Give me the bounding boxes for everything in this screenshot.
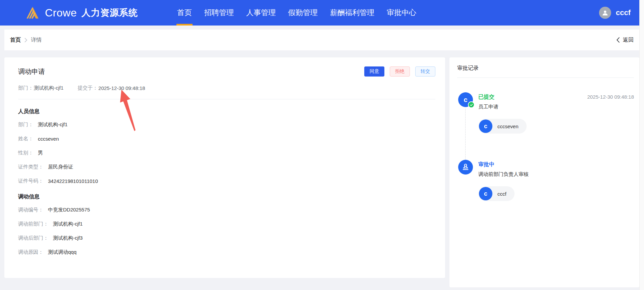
brand-logo: Crowe 人力资源系统 xyxy=(25,5,138,20)
personnel-fields: 部门： 测试机构-cjf1 姓名： cccseven 性别： 男 证件类型： 居… xyxy=(18,118,435,188)
step-desc: 员工申请 xyxy=(478,104,634,110)
nav-item-recruitment[interactable]: 招聘管理 xyxy=(204,0,234,26)
section-title-personnel: 人员信息 xyxy=(18,108,435,115)
field-label: 调动后部门： xyxy=(18,235,48,241)
step-time: 2025-12-30 09:48:18 xyxy=(587,94,634,100)
field-label: 调动原因： xyxy=(18,249,43,255)
field-value: 测试机构-cjf3 xyxy=(53,235,83,241)
app-title: 人力资源系统 xyxy=(82,7,138,19)
person-name: cccseven xyxy=(497,124,519,129)
field-value: 测试机构-cjf1 xyxy=(38,122,67,128)
field-row: 调动前部门： 测试机构-cjf1 xyxy=(18,217,435,231)
transfer-fields: 调动编号： 中竞发DD2025575 调动前部门： 测试机构-cjf1 调动后部… xyxy=(18,203,435,259)
avatar-letter: c xyxy=(464,96,467,104)
field-row: 证件号码： 342422198101011010 xyxy=(18,174,435,188)
stamp-icon xyxy=(458,160,473,175)
field-row: 证件类型： 居民身份证 xyxy=(18,160,435,174)
field-row: 姓名： cccseven xyxy=(18,132,435,146)
field-label: 证件类型： xyxy=(18,164,43,170)
nav-item-compensation[interactable]: 薪酬福利管理 xyxy=(330,0,374,26)
chevron-left-icon xyxy=(616,37,620,43)
field-row: 调动原因： 测试调动qqq xyxy=(18,245,435,259)
timeline-step-approving: 审批中 调动前部门负责人审核 c cccf xyxy=(457,160,634,201)
person-avatar: c xyxy=(479,119,492,133)
nav-item-attendance[interactable]: 假勤管理 xyxy=(288,0,318,26)
field-row: 调动编号： 中竞发DD2025575 xyxy=(18,203,435,217)
field-value: 测试调动qqq xyxy=(48,249,76,255)
chevron-right-icon xyxy=(24,38,28,43)
reject-button[interactable]: 拒绝 xyxy=(390,66,410,77)
user-avatar[interactable] xyxy=(599,7,611,19)
person-pill: c cccf xyxy=(478,186,515,201)
section-title-transfer: 调动信息 xyxy=(18,193,435,200)
field-value: 男 xyxy=(38,150,43,156)
timeline-step-submitted: c 已提交 2025-12-30 09:48:18 员工申请 c cccseve… xyxy=(457,92,634,134)
field-row: 调动后部门： 测试机构-cjf3 xyxy=(18,231,435,245)
logo-text: Crowe xyxy=(45,7,77,19)
action-buttons: 同意 拒绝 转交 xyxy=(364,66,435,77)
field-value: cccseven xyxy=(38,136,59,142)
user-menu[interactable]: cccf xyxy=(599,0,631,26)
field-label: 姓名： xyxy=(18,136,33,142)
step-desc: 调动前部门负责人审核 xyxy=(478,171,634,178)
page-title: 调动申请 xyxy=(18,67,45,76)
divider xyxy=(18,99,435,99)
user-name[interactable]: cccf xyxy=(616,8,631,17)
field-value: 342422198101011010 xyxy=(48,178,98,184)
transfer-detail-card: 调动申请 同意 拒绝 转交 部门： 测试机构-cjf1 提交于： 2025-12… xyxy=(4,57,445,278)
meta-submit-time: 2025-12-30 09:48:18 xyxy=(98,85,145,91)
field-value: 中竞发DD2025575 xyxy=(48,207,90,213)
back-button[interactable]: 返回 xyxy=(616,37,634,44)
field-label: 调动编号： xyxy=(18,207,43,213)
field-label: 调动前部门： xyxy=(18,221,48,227)
transfer-button[interactable]: 转交 xyxy=(415,66,435,77)
scrollbar[interactable] xyxy=(639,0,644,290)
nav-item-personnel[interactable]: 人事管理 xyxy=(246,0,276,26)
field-label: 部门： xyxy=(18,122,33,128)
crowe-mountain-icon xyxy=(25,5,40,20)
person-icon xyxy=(601,9,609,17)
step-status: 已提交 xyxy=(478,94,494,101)
person-avatar: c xyxy=(479,187,492,200)
field-row: 部门： 测试机构-cjf1 xyxy=(18,118,435,132)
step-status: 审批中 xyxy=(478,161,494,168)
person-pill: c cccseven xyxy=(478,119,527,134)
field-row: 性别： 男 xyxy=(18,146,435,160)
nav-item-approval-center[interactable]: 审批中心 xyxy=(387,0,416,26)
nav-item-home[interactable]: 首页 xyxy=(177,0,192,26)
approve-button[interactable]: 同意 xyxy=(364,66,384,77)
person-name: cccf xyxy=(497,191,506,197)
top-navbar: Crowe 人力资源系统 首页 招聘管理 人事管理 假勤管理 薪酬福利管理 审批… xyxy=(0,0,639,26)
breadcrumb-current: 详情 xyxy=(31,37,42,44)
main-nav-menu: 首页 招聘管理 人事管理 假勤管理 薪酬福利管理 审批中心 xyxy=(177,0,416,26)
step-avatar: c xyxy=(458,92,473,107)
approval-record-title: 审批记录 xyxy=(457,57,634,78)
meta-dept-value: 测试机构-cjf1 xyxy=(34,85,63,91)
approval-record-card: 审批记录 c 已提交 2025-12-30 09:48:18 员工申请 xyxy=(449,57,639,287)
meta-submit-label: 提交于： xyxy=(77,85,98,91)
field-label: 证件号码： xyxy=(18,178,43,184)
check-badge-icon xyxy=(468,101,475,108)
breadcrumb-bar: 首页 详情 返回 xyxy=(4,30,639,50)
meta-dept-label: 部门： xyxy=(18,85,33,91)
breadcrumb: 首页 详情 xyxy=(10,37,42,44)
submission-meta: 部门： 测试机构-cjf1 提交于： 2025-12-30 09:48:18 xyxy=(18,85,435,91)
field-label: 性别： xyxy=(18,150,33,156)
field-value: 测试机构-cjf1 xyxy=(53,221,83,227)
back-button-label[interactable]: 返回 xyxy=(623,37,634,44)
field-value: 居民身份证 xyxy=(48,164,73,170)
approval-timeline: c 已提交 2025-12-30 09:48:18 员工申请 c cccseve… xyxy=(457,78,634,201)
breadcrumb-home[interactable]: 首页 xyxy=(10,37,21,44)
